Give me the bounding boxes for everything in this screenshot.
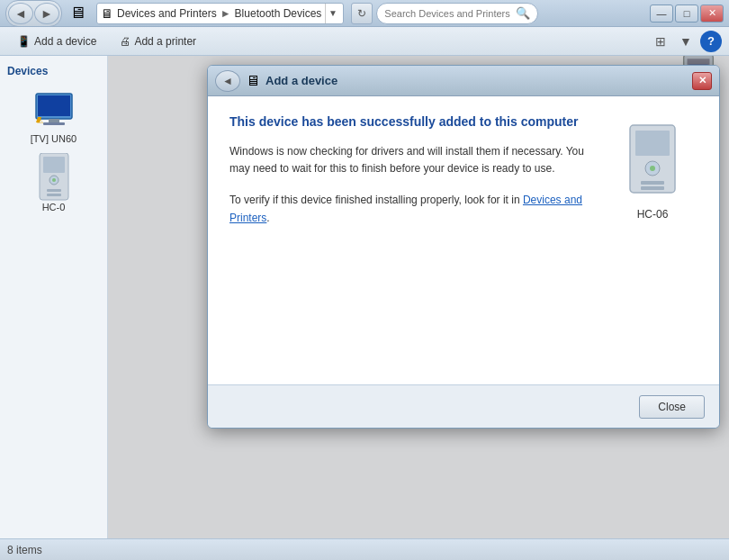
svg-rect-11 xyxy=(47,194,61,196)
modal-title-bar: ◄ 🖥 Add a device ✕ xyxy=(208,66,719,96)
modal-overlay: ◄ 🖥 Add a device ✕ This device has been … xyxy=(108,56,729,538)
modal-footer: Close xyxy=(208,384,719,428)
tower-device-icon xyxy=(32,157,76,200)
content-area: NSA ◄ 🖥 Add a device ✕ xyxy=(108,56,729,538)
modal-device-preview: HC-06 xyxy=(608,114,698,366)
list-item[interactable]: ⚠ [TV] UN60 xyxy=(14,83,94,149)
modal-back-button[interactable]: ◄ xyxy=(215,70,240,92)
refresh-button[interactable]: ↻ xyxy=(351,3,373,24)
breadcrumb-bluetooth[interactable]: Bluetooth Devices xyxy=(235,7,322,20)
add-printer-icon: 🖨 xyxy=(120,35,130,48)
svg-rect-1 xyxy=(38,95,70,116)
svg-text:⚠: ⚠ xyxy=(37,117,43,125)
svg-rect-10 xyxy=(47,189,61,192)
forward-button[interactable]: ► xyxy=(34,3,59,24)
svg-rect-7 xyxy=(43,157,65,173)
close-button[interactable]: ✕ xyxy=(700,5,724,23)
modal-tower-icon xyxy=(621,123,684,204)
title-bar-left: ◄ ► 🖥 🖥 Devices and Printers ► Bluetooth… xyxy=(5,0,538,27)
title-bar: ◄ ► 🖥 🖥 Devices and Printers ► Bluetooth… xyxy=(0,0,729,27)
modal-body: This device has been successfully added … xyxy=(208,96,719,384)
item-count: 8 items xyxy=(7,544,42,556)
folder-icon: 🖥 xyxy=(69,4,86,23)
modal-close-button[interactable]: Close xyxy=(639,395,705,419)
modal-close-x-button[interactable]: ✕ xyxy=(692,72,712,90)
address-bar[interactable]: 🖥 Devices and Printers ► Bluetooth Devic… xyxy=(96,3,344,24)
modal-text-section: This device has been successfully added … xyxy=(230,114,590,366)
breadcrumb-sep: ► xyxy=(220,7,231,20)
window: ◄ ► 🖥 🖥 Devices and Printers ► Bluetooth… xyxy=(0,0,729,560)
modal-device-name: HC-06 xyxy=(637,208,669,221)
tv-device-name: [TV] UN60 xyxy=(31,133,76,144)
svg-rect-26 xyxy=(641,186,664,190)
add-device-icon: 📱 xyxy=(17,35,31,48)
nav-buttons: ◄ ► xyxy=(5,0,62,27)
toolbar: 📱 Add a device 🖨 Add a printer ⊞ ▼ ? xyxy=(0,27,729,56)
list-item[interactable]: HC-0 xyxy=(14,151,94,218)
add-device-dialog: ◄ 🖥 Add a device ✕ This device has been … xyxy=(207,65,720,429)
status-bar: 8 items xyxy=(0,538,729,560)
window-controls: — □ ✕ xyxy=(650,5,724,23)
change-view-button[interactable]: ⊞ xyxy=(650,31,671,52)
left-panel: Devices ⚠ [TV] UN60 xyxy=(0,56,108,538)
success-body-1: Windows is now checking for drivers and … xyxy=(230,143,590,177)
minimize-button[interactable]: — xyxy=(650,5,673,23)
svg-rect-2 xyxy=(49,119,59,122)
search-input[interactable] xyxy=(384,8,512,19)
add-device-button[interactable]: 📱 Add a device xyxy=(7,31,106,52)
toolbar-dropdown-btn[interactable]: ▼ xyxy=(675,31,697,52)
help-button[interactable]: ? xyxy=(700,31,722,52)
svg-rect-3 xyxy=(43,122,65,125)
toolbar-right: ⊞ ▼ ? xyxy=(650,31,722,52)
search-icon: 🔍 xyxy=(516,6,530,20)
search-bar[interactable]: 🔍 xyxy=(376,3,538,24)
breadcrumb: Devices and Printers ► Bluetooth Devices xyxy=(117,7,321,20)
svg-point-24 xyxy=(650,166,655,171)
breadcrumb-devices[interactable]: Devices and Printers xyxy=(117,7,217,20)
main-content: Devices ⚠ [TV] UN60 xyxy=(0,56,729,538)
tv-device-icon: ⚠ xyxy=(32,88,76,131)
svg-point-9 xyxy=(52,178,56,182)
address-icon: 🖥 xyxy=(101,6,113,21)
success-body-2: To verify if this device finished instal… xyxy=(230,192,590,226)
success-title: This device has been successfully added … xyxy=(230,114,590,129)
add-printer-button[interactable]: 🖨 Add a printer xyxy=(110,31,206,52)
modal-title-text: Add a device xyxy=(266,74,338,87)
maximize-button[interactable]: □ xyxy=(675,5,698,23)
svg-rect-25 xyxy=(641,181,664,185)
address-dropdown-btn[interactable]: ▼ xyxy=(325,4,339,23)
panel-header: Devices xyxy=(4,63,104,79)
modal-title-icon: 🖥 xyxy=(246,73,260,89)
back-button[interactable]: ◄ xyxy=(8,3,33,24)
svg-rect-22 xyxy=(635,131,670,156)
modal-title-left: ◄ 🖥 Add a device xyxy=(215,70,338,92)
